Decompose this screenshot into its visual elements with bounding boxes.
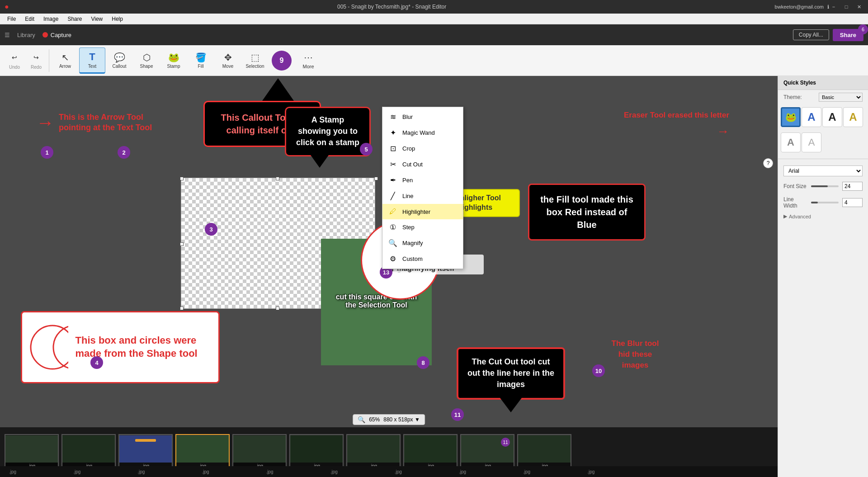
dropdown-custom[interactable]: ⚙ Custom [382, 251, 463, 267]
advanced-section[interactable]: ▶ Advanced [778, 212, 868, 221]
callout-tool-button[interactable]: 💬 Callout [106, 47, 132, 74]
undo-button[interactable]: ↩ [5, 51, 24, 64]
film-thumb-2[interactable]: .jpg [61, 434, 116, 470]
toolbar: ↩ ↪ Undo Redo ↖ Arrow T Text 💬 Callout ⬡… [0, 45, 868, 76]
dropdown-blur[interactable]: ≋ Blur [382, 109, 463, 125]
menu-image[interactable]: Image [40, 15, 62, 23]
theme-select[interactable]: Basic Simple [819, 93, 863, 102]
line-label: Line [402, 193, 414, 199]
dropdown-highlighter[interactable]: 🖊 Highlighter [382, 204, 463, 219]
zoom-dimensions[interactable]: 880 x 518px ▼ [383, 416, 420, 423]
step-label: Step [402, 224, 415, 231]
badge-10: 10 [592, 364, 605, 377]
qs-a-dark-icon: A [828, 111, 836, 123]
menu-view[interactable]: View [87, 15, 106, 23]
library-button[interactable]: Library [17, 32, 35, 38]
font-size-slider[interactable] [811, 185, 839, 187]
font-size-input[interactable]: 24 [842, 182, 863, 191]
highlighter-label: Highlighter [402, 208, 430, 215]
badge-11: 11 [451, 408, 464, 421]
redo-button[interactable]: ↪ [26, 51, 46, 64]
maximize-button[interactable]: □ [842, 2, 851, 11]
film-thumb-8[interactable]: .jpg [403, 434, 458, 470]
thumb-preview-10 [518, 435, 571, 463]
film-thumb-4[interactable]: .jpg [175, 434, 230, 470]
film-thumb-10[interactable]: .jpg [517, 434, 571, 470]
blur-text: The Blur tool hid these images [606, 338, 665, 370]
move-tool-icon: ✥ [224, 52, 232, 63]
qs-item-a-outlined-2[interactable]: A [802, 132, 821, 152]
menu-file[interactable]: File [4, 15, 19, 23]
dropdown-step[interactable]: ① Step [382, 219, 463, 235]
snagit-circle-button[interactable]: 9 [272, 51, 292, 71]
close-button[interactable]: ✕ [854, 2, 863, 11]
line-width-input[interactable]: 4 [842, 198, 863, 207]
svg-point-1 [53, 326, 68, 369]
film-thumb-5[interactable]: .jpg [232, 434, 287, 470]
quick-styles-grid-2: A A [778, 130, 868, 155]
shape-tool-button[interactable]: ⬡ Shape [133, 47, 160, 74]
thumb-preview-3 [119, 435, 172, 463]
fill-tool-label: Fill [198, 64, 204, 69]
highlighter-icon: 🖊 [388, 208, 398, 216]
qs-item-a-blue[interactable]: A [802, 107, 821, 127]
shape-circles-svg [28, 318, 68, 377]
film-thumb-1[interactable]: .jpg [5, 434, 59, 470]
font-row: Arial Times New Roman [778, 163, 868, 179]
dropdown-line[interactable]: ╱ Line [382, 188, 463, 204]
film-thumb-6[interactable]: .jpg [289, 434, 344, 470]
text-tool-button[interactable]: T Text [79, 47, 105, 74]
thumb-badge-9: 11 [501, 438, 510, 447]
menu-edit[interactable]: Edit [21, 15, 38, 23]
step-icon: ① [388, 223, 398, 231]
canvas-area[interactable]: ≋ Blur ✦ Magic Wand ⊡ Crop ✂ Cut Out ✒ P… [0, 76, 778, 477]
text-tool-label: Text [88, 64, 96, 69]
minimize-button[interactable]: − [829, 2, 838, 11]
stamp-bubble: A Stamp showing you to click on a stamp [285, 107, 371, 156]
sel-handle-tm [276, 177, 279, 180]
more-button[interactable]: ⋯ More [295, 47, 321, 74]
hamburger-menu[interactable]: ☰ [5, 32, 10, 38]
qs-item-a-dark[interactable]: A [822, 107, 842, 127]
pen-icon: ✒ [388, 176, 398, 184]
capture-button[interactable]: Capture [42, 32, 71, 38]
font-size-row: Font Size 24 [778, 179, 868, 194]
dropdown-pen[interactable]: ✒ Pen [382, 172, 463, 188]
arrow-tool-icon: ↖ [61, 52, 69, 63]
right-panel: Quick Styles Theme: Basic Simple 🐸 A A A [778, 76, 868, 477]
copy-all-button[interactable]: Copy All... [793, 29, 829, 40]
fill-tool-button[interactable]: 🪣 Fill [188, 47, 214, 74]
menu-help[interactable]: Help [108, 15, 127, 23]
qs-item-a-yellow[interactable]: A [843, 107, 863, 127]
zoom-level[interactable]: 65% [369, 416, 380, 423]
dropdown-cut-out[interactable]: ✂ Cut Out [382, 156, 463, 172]
fill-box: the Fill tool made this box Red instead … [528, 184, 646, 241]
thumb-preview-8 [404, 435, 457, 463]
dropdown-magnify[interactable]: 🔍 Magnify [382, 235, 463, 251]
menu-share[interactable]: Share [64, 15, 85, 23]
move-tool-button[interactable]: ✥ Move [215, 47, 241, 74]
zoom-icon[interactable]: 🔍 [358, 416, 365, 423]
thumb-marker [135, 439, 156, 442]
selection-tool-button[interactable]: ⬚ Selection [242, 47, 268, 74]
film-thumb-7[interactable]: .jpg [346, 434, 401, 470]
qs-item-blue-selected[interactable]: 🐸 [781, 107, 801, 127]
window-title: 005 - Snagit by Techsmith.jpg* - Snagit … [9, 4, 775, 10]
qs-item-a-outlined[interactable]: A [781, 132, 801, 152]
line-width-slider[interactable] [811, 202, 839, 203]
help-icon-btn[interactable]: ? [763, 158, 773, 168]
theme-row: Theme: Basic Simple [778, 90, 868, 104]
film-thumb-3[interactable]: .jpg [118, 434, 173, 470]
film-thumb-9[interactable]: 11 .jpg [460, 434, 514, 470]
filmstrip: .jpg .jpg .jpg .jpg .jpg [0, 427, 778, 477]
font-family-select[interactable]: Arial Times New Roman [783, 165, 863, 176]
library-label: Library [17, 32, 35, 38]
arrow-tool-button[interactable]: ↖ Arrow [52, 47, 78, 74]
dropdown-magic-wand[interactable]: ✦ Magic Wand [382, 125, 463, 141]
dropdown-crop[interactable]: ⊡ Crop [382, 141, 463, 156]
line-icon: ╱ [388, 192, 398, 200]
app-logo: ● [5, 3, 9, 11]
stamp-tool-button[interactable]: 🐸 Stamp [160, 47, 187, 74]
stamp-pointer-icon [311, 155, 329, 168]
callout-tool-icon: 💬 [114, 52, 125, 63]
